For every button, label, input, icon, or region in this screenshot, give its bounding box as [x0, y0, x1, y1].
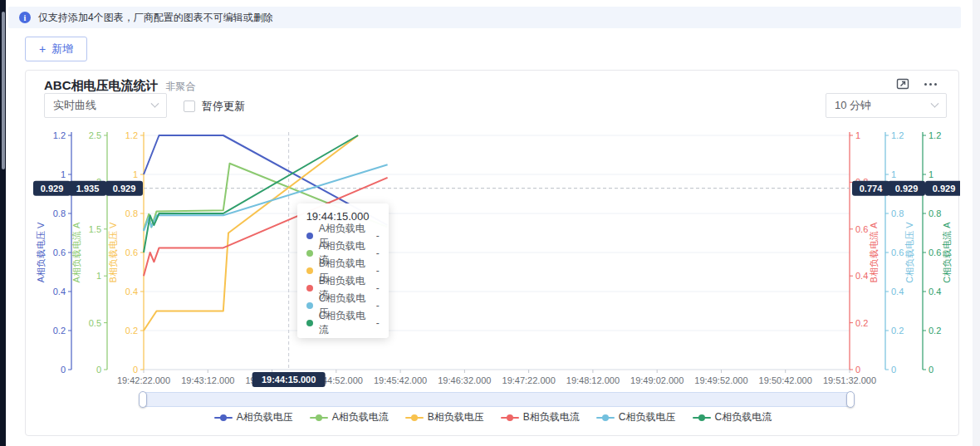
y-tick-label: 0.2	[855, 318, 868, 328]
axis-value-badge-text: 0.929	[895, 184, 919, 194]
y-tick-label: 2.5	[89, 130, 101, 140]
datazoom-slider[interactable]	[142, 392, 851, 407]
add-chart-button[interactable]: + 新增	[25, 37, 87, 61]
y-tick-label: 0.8	[125, 208, 138, 218]
series-dot-icon	[306, 320, 313, 326]
pause-update-label: 暂停更新	[202, 99, 245, 114]
line-chart[interactable]: 19:42:22.00019:43:12.00019:44:02.00019:4…	[26, 124, 960, 391]
time-interval-value: 10 分钟	[835, 98, 871, 113]
legend-item[interactable]: C相负载电流	[693, 410, 772, 424]
legend-item[interactable]: B相负载电压	[405, 410, 484, 424]
series-dot-icon	[306, 302, 313, 309]
y-tick-label: 0	[855, 365, 860, 375]
y-tick-label: 0	[929, 365, 933, 375]
y-tick-label: 0.4	[125, 287, 138, 297]
chart-tooltip: 19:44:15.000 A相负载电压-A相负载电流-B相负载电压-B相负载电流…	[297, 203, 389, 338]
x-tick-label: 19:49:02.000	[630, 375, 684, 385]
sidebar-scrollbar-thumb[interactable]	[2, 12, 5, 169]
x-tick-label: 19:46:32.000	[438, 375, 491, 385]
x-tick-label: 19:51:32.000	[823, 375, 876, 385]
tooltip-series-value: -	[376, 317, 380, 329]
y-tick-label: 0.2	[929, 326, 941, 336]
y-tick-label: 0.6	[855, 224, 868, 234]
y-tick-label: 1.2	[53, 130, 66, 140]
card-title: ABC相电压电流统计	[44, 78, 159, 94]
y-tick-label: 0.4	[891, 287, 904, 297]
chart-area[interactable]: 19:42:22.00019:43:12.00019:44:02.00019:4…	[26, 124, 960, 391]
card-header: ABC相电压电流统计 非聚合	[44, 78, 196, 94]
y-tick-label: 0.6	[53, 248, 66, 257]
chart-card: ABC相电压电流统计 非聚合 实时曲线 暂停更新 10 分钟	[25, 70, 959, 436]
tooltip-series-value: -	[376, 230, 380, 242]
legend-label: A相负载电流	[332, 410, 389, 424]
axis-value-badge-text: 0.929	[41, 184, 64, 194]
y-tick-label: 0.5	[89, 318, 101, 328]
open-window-icon[interactable]	[896, 77, 909, 91]
tooltip-row: C相负载电流-	[306, 314, 380, 331]
axis-value-badge-text: 0.929	[113, 184, 136, 194]
y-axis-name: B相负载电压 V	[108, 222, 118, 282]
y-tick-label: 0.6	[891, 248, 904, 257]
info-banner: i 仅支持添加4个图表，厂商配置的图表不可编辑或删除	[8, 7, 961, 28]
x-tick-label: 19:50:42.000	[759, 375, 812, 385]
y-tick-label: 0	[891, 365, 896, 375]
info-banner-text: 仅支持添加4个图表，厂商配置的图表不可编辑或删除	[38, 11, 273, 25]
y-tick-label: 0.8	[929, 208, 941, 218]
chevron-down-icon	[151, 99, 159, 107]
tooltip-series-label: C相负载电流	[319, 309, 370, 337]
y-tick-label: 1	[133, 169, 138, 179]
x-tick-label: 19:45:42.000	[374, 375, 427, 385]
legend-item[interactable]: A相负载电流	[310, 410, 389, 424]
chart-legend: A相负载电压A相负载电流B相负载电压B相负载电流C相负载电压C相负载电流	[26, 410, 960, 424]
curve-type-value: 实时曲线	[53, 98, 96, 113]
time-interval-select[interactable]: 10 分钟	[826, 93, 947, 118]
legend-marker-icon	[310, 417, 328, 419]
y-tick-label: 1	[96, 271, 101, 281]
legend-label: C相负载电流	[715, 410, 772, 424]
y-tick-label: 0.8	[53, 208, 66, 218]
y-tick-label: 1.2	[929, 130, 941, 140]
y-tick-label: 0.4	[855, 271, 868, 281]
page-scrollbar-track[interactable]	[973, 0, 980, 446]
x-pointer-badge-text: 19:44:15.000	[262, 375, 316, 385]
more-icon[interactable]	[924, 83, 937, 86]
legend-item[interactable]: A相负载电压	[214, 410, 293, 424]
left-sidebar-edge	[0, 0, 6, 446]
y-tick-label: 1	[891, 169, 896, 179]
y-tick-label: 1	[855, 130, 860, 140]
y-tick-label: 0.6	[125, 248, 138, 257]
curve-type-select[interactable]: 实时曲线	[44, 93, 167, 118]
y-tick-label: 0	[61, 365, 66, 375]
tooltip-series-value: -	[376, 282, 380, 294]
tooltip-series-value: -	[376, 300, 380, 311]
legend-item[interactable]: B相负载电流	[501, 410, 580, 424]
legend-item[interactable]: C相负载电压	[596, 410, 676, 424]
y-axis-name: C相负载电压 V	[904, 222, 914, 283]
series-dot-icon	[306, 267, 313, 274]
y-tick-label: 0.8	[891, 208, 904, 218]
legend-marker-icon	[214, 417, 233, 419]
y-tick-label: 0	[133, 365, 138, 375]
y-axis-name: A相负载电压 V	[36, 222, 46, 282]
datazoom-left-handle[interactable]	[139, 391, 147, 408]
datazoom-right-handle[interactable]	[846, 391, 855, 408]
y-tick-label: 0.4	[929, 287, 941, 297]
add-chart-button-label: 新增	[51, 42, 73, 56]
y-axis-name: A相负载电流 A	[71, 222, 81, 282]
series-dot-icon	[306, 250, 313, 257]
info-icon: i	[19, 12, 31, 23]
y-tick-label: 0.6	[929, 248, 941, 257]
legend-marker-icon	[693, 417, 711, 419]
legend-marker-icon	[405, 417, 424, 419]
y-tick-label: 1.2	[125, 130, 138, 140]
x-tick-label: 19:43:12.000	[181, 375, 234, 385]
pause-update-checkbox[interactable]: 暂停更新	[184, 99, 245, 114]
aggregation-tag: 非聚合	[166, 80, 196, 94]
y-tick-label: 0.2	[125, 326, 138, 336]
checkbox-icon[interactable]	[184, 100, 195, 112]
y-tick-label: 0.4	[53, 287, 66, 297]
legend-label: B相负载电压	[428, 410, 484, 424]
x-tick-label: 19:42:22.000	[117, 375, 170, 385]
y-tick-label: 1	[61, 169, 66, 179]
x-tick-label: 19:48:12.000	[566, 375, 620, 385]
